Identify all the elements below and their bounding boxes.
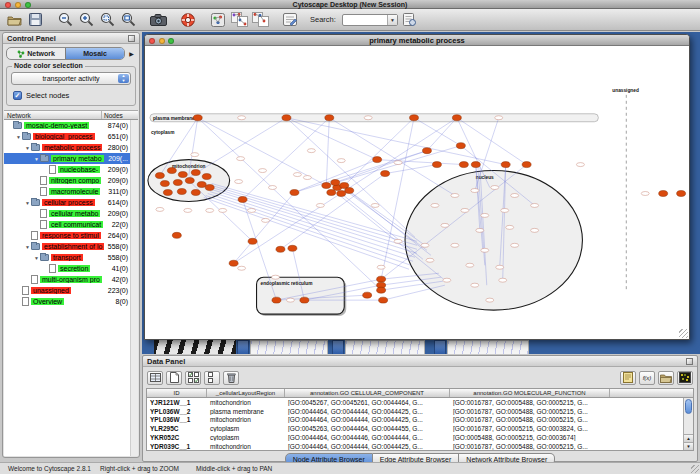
tree-row[interactable]: ▼transport558(0): [4, 252, 130, 263]
graph-gene-node[interactable]: [363, 292, 372, 298]
graph-gene-node[interactable]: [177, 189, 186, 195]
tree-row[interactable]: nitrogen compo209(0): [4, 175, 130, 186]
graph-gene-node[interactable]: [677, 191, 686, 197]
graph-label-node[interactable]: [377, 265, 385, 269]
tree-row[interactable]: cell communicat22(0): [4, 219, 130, 230]
tree-row[interactable]: ▼metabolic process280(0): [4, 142, 130, 153]
graph-label-node[interactable]: [364, 116, 372, 120]
search-dropdown-arrow[interactable]: ▼: [387, 15, 397, 25]
more-tabs-arrow-icon[interactable]: ▶: [127, 50, 136, 57]
graph-gene-node[interactable]: [205, 185, 214, 191]
tree-row[interactable]: mosaic-demo-yeast874(0): [4, 120, 130, 131]
tree-row[interactable]: ▼establishment of lo558(0): [4, 241, 130, 252]
graph-gene-node[interactable]: [422, 148, 431, 154]
tree-expand-icon[interactable]: ▼: [33, 255, 40, 261]
graph-label-node[interactable]: [219, 208, 227, 212]
table-scrollbar[interactable]: ▲ ▼: [683, 398, 693, 450]
tree-expand-icon[interactable]: ▼: [15, 134, 22, 140]
tree-row[interactable]: macromolecule311(0): [4, 186, 130, 197]
graph-label-node[interactable]: [576, 163, 584, 167]
tree-column-nodes[interactable]: Nodes: [102, 111, 138, 119]
network-window-titlebar[interactable]: primary metabolic process: [145, 35, 689, 46]
graph-gene-node[interactable]: [300, 297, 309, 303]
graph-label-node[interactable]: [271, 275, 279, 279]
graph-label-node[interactable]: [481, 213, 489, 217]
graph-gene-node[interactable]: [160, 181, 169, 187]
graph-edge[interactable]: [457, 118, 527, 165]
graph-gene-node[interactable]: [248, 238, 257, 244]
tree-row[interactable]: unassigned223(0): [4, 285, 130, 296]
graph-gene-node[interactable]: [471, 162, 480, 168]
vizmapper-icon[interactable]: [209, 11, 227, 29]
graph-gene-node[interactable]: [373, 157, 382, 163]
network-zoom-button[interactable]: [168, 38, 174, 44]
graph-label-node[interactable]: [486, 298, 494, 302]
graph-label-node[interactable]: [238, 266, 246, 270]
graph-gene-node[interactable]: [501, 162, 510, 168]
zoom-out-icon[interactable]: [56, 11, 74, 29]
graph-label-node[interactable]: [441, 223, 449, 227]
region-plasma-membrane[interactable]: plasma membrane: [150, 114, 598, 122]
graph-label-node[interactable]: [481, 248, 489, 252]
tree-row[interactable]: cellular metabo209(0): [4, 208, 130, 219]
graph-gene-node[interactable]: [276, 246, 285, 252]
graph-gene-node[interactable]: [410, 115, 419, 121]
table-column-header[interactable]: _cellularLayoutRegion: [207, 389, 285, 397]
background-window-cap[interactable]: [237, 340, 249, 354]
control-panel-detach-icon[interactable]: [128, 35, 135, 42]
graph-gene-node[interactable]: [185, 178, 194, 184]
graph-gene-node[interactable]: [377, 276, 386, 282]
tree-expand-icon[interactable]: ▼: [33, 156, 40, 162]
snapshot-icon[interactable]: [149, 11, 167, 29]
graph-label-node[interactable]: [476, 228, 484, 232]
window-resize-grip[interactable]: [679, 329, 688, 338]
node-color-dropdown[interactable]: transporter activity ▲▼: [11, 72, 131, 85]
graph-gene-node[interactable]: [345, 188, 354, 194]
graph-label-node[interactable]: [262, 218, 270, 222]
graph-label-node[interactable]: [307, 149, 315, 153]
graph-gene-node[interactable]: [379, 297, 388, 303]
graph-label-node[interactable]: [501, 208, 509, 212]
graph-label-node[interactable]: [531, 228, 539, 232]
tree-row[interactable]: ▼cellular process614(0): [4, 197, 130, 208]
delete-attribute-icon[interactable]: [223, 371, 239, 385]
import-attributes-icon[interactable]: [658, 371, 674, 385]
tree-row[interactable]: multi-organism pro42(0): [4, 274, 130, 285]
graph-gene-node[interactable]: [229, 260, 238, 266]
graph-label-node[interactable]: [471, 283, 479, 287]
notes-icon[interactable]: [620, 371, 636, 385]
zoom-to-fit-icon[interactable]: [119, 11, 137, 29]
graph-gene-node[interactable]: [432, 162, 441, 168]
table-scrollbar-thumb[interactable]: [685, 399, 692, 414]
network-svg[interactable]: plasma membrane cytoplasm mitochondrion …: [145, 46, 689, 339]
graph-label-node[interactable]: [303, 176, 311, 180]
graph-label-node[interactable]: [499, 278, 507, 282]
select-nodes-checkbox[interactable]: ✓: [13, 91, 22, 100]
graph-gene-node[interactable]: [172, 232, 181, 238]
tab-mosaic[interactable]: Mosaic: [65, 48, 124, 59]
tab-network[interactable]: Network: [7, 48, 65, 59]
graph-label-node[interactable]: [471, 189, 479, 193]
search-options-icon[interactable]: [401, 11, 419, 29]
tree-row[interactable]: ▼primary metabo209(...: [4, 153, 130, 164]
graph-label-node[interactable]: [451, 193, 459, 197]
graph-label-node[interactable]: [495, 116, 503, 120]
graph-label-node[interactable]: [421, 243, 429, 247]
region-endoplasmic-reticulum[interactable]: endoplasmic reticulum: [257, 277, 347, 316]
graph-gene-node[interactable]: [288, 245, 297, 251]
network-close-button[interactable]: [149, 38, 155, 44]
tree-expand-icon[interactable]: ▼: [24, 244, 31, 250]
graph-label-node[interactable]: [451, 243, 459, 247]
graph-gene-node[interactable]: [272, 297, 281, 303]
graph-gene-node[interactable]: [178, 172, 187, 178]
table-column-header[interactable]: annotation.GO CELLULAR_COMPONENT: [285, 389, 450, 397]
graph-label-node[interactable]: [531, 203, 539, 207]
graph-gene-node[interactable]: [173, 180, 182, 186]
graph-label-node[interactable]: [286, 298, 294, 302]
region-unassigned[interactable]: unassigned: [612, 88, 639, 292]
graph-label-node[interactable]: [156, 207, 164, 211]
select-all-attributes-icon[interactable]: [147, 371, 163, 385]
tree-row[interactable]: secretion41(0): [4, 263, 130, 274]
tree-expand-icon[interactable]: ▼: [24, 200, 31, 206]
graph-gene-node[interactable]: [290, 190, 299, 196]
